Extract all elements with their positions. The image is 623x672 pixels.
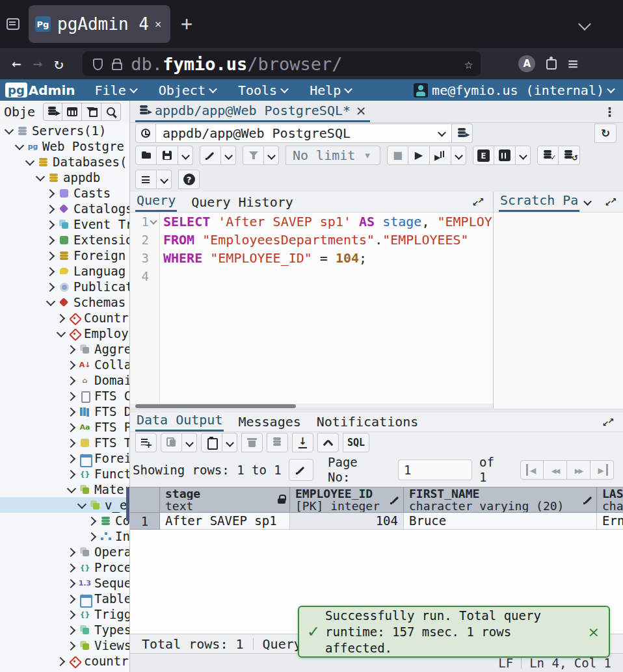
- filtered-rows-button[interactable]: [82, 103, 101, 121]
- caret-caret[interactable]: [451, 146, 466, 165]
- search-button[interactable]: [101, 103, 121, 121]
- execute-options-button[interactable]: [430, 146, 451, 165]
- tree-item-forei[interactable]: Forei: [0, 450, 129, 466]
- page-prev-button[interactable]: [544, 460, 567, 480]
- tree-item-trigg[interactable]: {}Trigg: [0, 606, 129, 622]
- tree-item-fts-c[interactable]: FTS C: [0, 388, 129, 404]
- expand-chevron-icon[interactable]: [87, 515, 98, 526]
- toast-close-icon[interactable]: ×: [588, 624, 600, 640]
- explain-analyze-button[interactable]: [494, 146, 516, 165]
- expand-chevron-icon[interactable]: [66, 469, 77, 479]
- connection-select[interactable]: appdb/app@Web PostgreSQL: [156, 123, 452, 143]
- expand-chevron-icon[interactable]: [87, 531, 98, 541]
- paste-button[interactable]: [201, 433, 222, 452]
- grid-corner-cell[interactable]: [130, 487, 160, 513]
- cell-first-name[interactable]: Bruce: [404, 513, 597, 530]
- tree-item-publicat[interactable]: Publicat: [0, 279, 129, 294]
- scrollbar-thumb[interactable]: [135, 404, 296, 408]
- expand-icon[interactable]: [605, 196, 616, 208]
- new-connection-button[interactable]: [452, 123, 473, 143]
- edit-button[interactable]: [200, 146, 221, 165]
- expand-chevron-icon[interactable]: [66, 640, 77, 651]
- collapse-chevron-icon[interactable]: [4, 125, 14, 136]
- tree-item-web-postgre[interactable]: pgWeb Postgre: [0, 138, 129, 154]
- tree-item-co[interactable]: Co: [0, 513, 129, 528]
- open-file-button[interactable]: [135, 146, 157, 165]
- save-data-button[interactable]: [267, 433, 288, 452]
- view-data-button[interactable]: [62, 103, 82, 121]
- caret-caret[interactable]: [222, 433, 237, 452]
- show-sql-button[interactable]: SQL: [343, 433, 369, 452]
- tree-item-opera[interactable]: Opera: [0, 544, 129, 560]
- editor-hscrollbar[interactable]: [130, 404, 493, 409]
- stop-button[interactable]: [387, 146, 408, 165]
- expand-chevron-icon[interactable]: [56, 656, 66, 666]
- column-header-las[interactable]: LAScha: [597, 487, 623, 513]
- caret-caret[interactable]: [264, 146, 279, 165]
- expand-chevron-icon[interactable]: [46, 203, 56, 214]
- column-header-first-name[interactable]: FIRST_NAMEcharacter varying (20): [404, 487, 597, 513]
- query-tool-tab[interactable]: appdb/app@Web PostgreSQL*: [135, 101, 370, 122]
- tree-item-foreign[interactable]: Foreign: [0, 248, 129, 263]
- expand-chevron-icon[interactable]: [66, 453, 77, 463]
- tab-scratch-pad[interactable]: Scratch Pa: [499, 191, 579, 212]
- lock-icon[interactable]: [110, 57, 123, 70]
- tree-item-in[interactable]: In: [0, 528, 129, 544]
- expand-icon[interactable]: [472, 196, 484, 208]
- save-button[interactable]: [157, 146, 178, 165]
- expand-chevron-icon[interactable]: [46, 219, 56, 229]
- close-icon[interactable]: [355, 105, 367, 116]
- cell-stage[interactable]: After SAVEP sp1: [160, 513, 290, 530]
- expand-chevron-icon[interactable]: [66, 437, 77, 448]
- tab-messages[interactable]: Messages: [237, 413, 302, 432]
- tree-item-countr[interactable]: countr: [0, 653, 129, 669]
- download-button[interactable]: [292, 433, 313, 452]
- tree-item-table[interactable]: Table: [0, 591, 129, 606]
- extension-icon[interactable]: [544, 57, 559, 71]
- tree-item-fts-t[interactable]: FTS T: [0, 435, 129, 450]
- expand-icon[interactable]: [602, 417, 614, 428]
- tree-item-extensio[interactable]: Extensio: [0, 232, 129, 248]
- expand-chevron-icon[interactable]: [66, 578, 77, 588]
- expand-chevron-icon[interactable]: [66, 375, 77, 385]
- menu-object[interactable]: Object: [159, 83, 216, 98]
- url-bar[interactable]: db.fymio.us/browser/: [83, 51, 481, 76]
- collapse-chevron-icon[interactable]: [46, 297, 56, 307]
- tab-data-output[interactable]: Data Output: [135, 411, 224, 432]
- firefox-view-icon[interactable]: [5, 16, 21, 32]
- expand-chevron-icon[interactable]: [66, 593, 77, 604]
- collapse-chevron-icon[interactable]: [14, 141, 25, 151]
- chevron-down-icon[interactable]: [584, 198, 592, 206]
- edit-page-range-button[interactable]: [289, 459, 313, 481]
- editor-code[interactable]: SELECT 'After SAVEP sp1' AS stage, "EMPL…: [160, 213, 493, 404]
- reset-layout-button[interactable]: [594, 123, 616, 143]
- expand-chevron-icon[interactable]: [46, 281, 56, 292]
- tree-item-servers-1[interactable]: Servers(1): [0, 123, 129, 138]
- column-header-employee-id[interactable]: EMPLOYEE_ID[PK] integer: [290, 487, 404, 513]
- tree-item-catalogs[interactable]: Catalogs: [0, 201, 129, 216]
- tabs-dropdown-icon[interactable]: [578, 18, 591, 31]
- expand-chevron-icon[interactable]: [66, 406, 77, 417]
- page-number-input[interactable]: [398, 459, 472, 480]
- column-header-stage[interactable]: stagetext: [160, 487, 290, 513]
- tab-query[interactable]: Query: [135, 191, 177, 212]
- tab-query-history[interactable]: Query History: [190, 193, 295, 212]
- fold-chevron-icon[interactable]: [150, 218, 157, 226]
- tree-item-colla[interactable]: A↓Colla: [0, 357, 129, 372]
- new-tab-button[interactable]: +: [181, 14, 192, 34]
- reload-icon[interactable]: ↻: [54, 55, 63, 73]
- filter-button[interactable]: [243, 146, 264, 165]
- tree-item-seque[interactable]: 1.3Seque: [0, 575, 129, 591]
- expand-chevron-icon[interactable]: [46, 266, 56, 276]
- tree-item-views[interactable]: Views: [0, 638, 129, 653]
- caret-caret[interactable]: [178, 146, 193, 165]
- tree-item-v-e[interactable]: v_e: [0, 497, 129, 513]
- collapse-chevron-icon[interactable]: [77, 500, 87, 510]
- bookmark-star-icon[interactable]: [464, 56, 473, 72]
- tree-item-appdb[interactable]: appdb: [0, 170, 129, 185]
- add-row-button[interactable]: [135, 433, 157, 452]
- expand-chevron-icon[interactable]: [66, 344, 77, 354]
- query-history-clock-button[interactable]: [135, 123, 156, 143]
- tree-item-languag[interactable]: Languag: [0, 263, 129, 279]
- commit-button[interactable]: [537, 146, 559, 165]
